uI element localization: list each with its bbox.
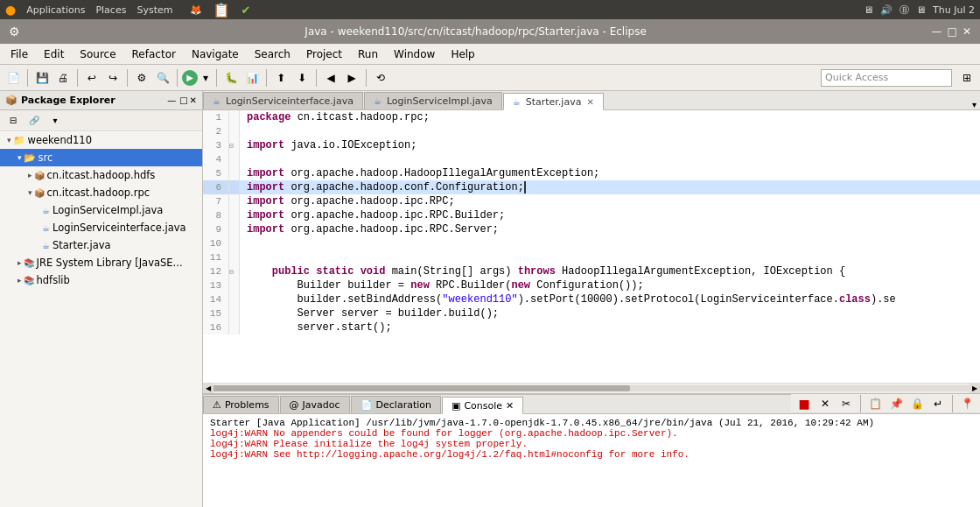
scroll-right-arrow[interactable]: ▶: [970, 384, 980, 393]
expand-jre-icon: ▸: [18, 258, 22, 267]
tree-item-login-impl[interactable]: ☕ LoginServiceImpl.java: [0, 201, 202, 219]
tree-item-hdfs-pkg[interactable]: ▸ 📦 cn.itcast.hadoop.hdfs: [0, 166, 202, 184]
prev-annotation[interactable]: ⬆: [271, 68, 290, 88]
redo-button[interactable]: ↪: [103, 68, 122, 88]
menu-help[interactable]: Help: [444, 46, 481, 62]
console-paste-button[interactable]: 📌: [886, 394, 906, 413]
tab-login-iface[interactable]: ☕ LoginServiceinterface.java: [203, 92, 363, 109]
project-icon: 📁: [13, 135, 25, 146]
expand-rpc-icon: ▾: [28, 188, 32, 197]
java-icon-login-iface: ☕: [42, 223, 50, 233]
code-line-6: 6 import org.apache.hadoop.conf.Configur…: [203, 180, 980, 194]
volume-icon: 🔊: [880, 4, 892, 16]
tree-item-weekend110[interactable]: ▾ 📁 weekend110: [0, 131, 202, 149]
close-button[interactable]: ✕: [962, 25, 971, 38]
print-button[interactable]: 🖨: [53, 68, 73, 88]
package-icon-hdfs: 📦: [34, 171, 45, 180]
forward-button[interactable]: ▶: [342, 68, 361, 88]
code-editor[interactable]: 1 package cn.itcast.hadoop.rpc; 2 3 ⊟: [203, 110, 980, 383]
console-header-line: Starter [Java Application] /usr/lib/jvm/…: [210, 418, 973, 428]
scroll-left-arrow[interactable]: ◀: [203, 384, 214, 393]
tab-javadoc[interactable]: @ Javadoc: [280, 396, 350, 413]
tab-starter[interactable]: ☕ Starter.java ✕: [503, 93, 604, 110]
tree-item-login-iface[interactable]: ☕ LoginServiceinterface.java: [0, 219, 202, 236]
console-icon: ▣: [452, 400, 460, 412]
display-icon: 🖥: [916, 4, 926, 16]
console-sep-2: [952, 395, 953, 412]
console-copy-button[interactable]: 📋: [865, 394, 885, 413]
last-edit-button[interactable]: ⟲: [371, 68, 390, 88]
save-button[interactable]: 💾: [32, 68, 52, 88]
jre-icon: 📚: [24, 258, 34, 268]
toolbar-sep-3: [127, 69, 128, 87]
minimize-button[interactable]: —: [932, 25, 942, 38]
console-stop-button[interactable]: ■: [794, 394, 814, 413]
run-dropdown[interactable]: ▾: [200, 68, 212, 88]
new-button[interactable]: 📄: [4, 68, 23, 88]
tree-label-rpc: cn.itcast.hadoop.rpc: [47, 187, 150, 199]
pkg-maximize-button[interactable]: □: [179, 95, 187, 105]
run-button[interactable]: ▶: [182, 70, 198, 86]
menu-source[interactable]: Source: [73, 46, 122, 62]
perspective-button[interactable]: ⊞: [957, 68, 976, 88]
clock: Thu Jul 2: [933, 4, 975, 16]
tab-login-impl[interactable]: ☕ LoginServiceImpl.java: [364, 92, 502, 109]
tree-item-hdfslib[interactable]: ▸ 📚 hdfslib: [0, 271, 202, 289]
menu-search[interactable]: Search: [248, 46, 298, 62]
console-remove-button[interactable]: ✕: [816, 394, 835, 413]
settings-icon[interactable]: ⚙: [9, 25, 20, 39]
console-pin-button[interactable]: 📍: [957, 394, 976, 413]
left-panel: 📦 Package Explorer — □ ✕ ⊟ 🔗 ▾ ▾ 📁 weeke…: [0, 91, 203, 507]
collapse-all-button[interactable]: ⊟: [4, 111, 23, 130]
tab-declaration[interactable]: 📄 Declaration: [351, 396, 441, 413]
refactor-button[interactable]: ⚙: [132, 68, 151, 88]
menu-places[interactable]: Places: [95, 4, 126, 16]
tree-item-src[interactable]: ▾ 📂 src: [0, 149, 202, 166]
menu-refactor[interactable]: Refactor: [125, 46, 183, 62]
expand-src-icon: ▾: [18, 153, 22, 162]
link-with-editor-button[interactable]: 🔗: [24, 111, 44, 130]
menu-navigate[interactable]: Navigate: [185, 46, 246, 62]
next-annotation[interactable]: ⬇: [292, 68, 312, 88]
menu-run[interactable]: Run: [351, 46, 385, 62]
tree-label-jre: JRE System Library [JavaSE...: [37, 257, 183, 269]
menu-applications[interactable]: Applications: [26, 4, 85, 16]
pkg-close-button[interactable]: ✕: [190, 95, 197, 105]
editor-area: ☕ LoginServiceinterface.java ☕ LoginServ…: [203, 91, 980, 393]
tree-item-starter[interactable]: ☕ Starter.java: [0, 236, 202, 254]
editor-menu-btn[interactable]: ▾: [969, 100, 980, 109]
quick-access-input[interactable]: Quick Access: [821, 69, 952, 87]
scroll-thumb[interactable]: [203, 385, 630, 391]
package-explorer-title: Package Explorer: [21, 95, 167, 106]
tree-item-jre[interactable]: ▸ 📚 JRE System Library [JavaSE...: [0, 254, 202, 271]
system-logo: ●: [5, 3, 16, 17]
back-button[interactable]: ◀: [321, 68, 340, 88]
tab-close-starter[interactable]: ✕: [586, 97, 593, 107]
pkg-view-menu[interactable]: ▾: [46, 111, 65, 130]
menu-system[interactable]: System: [136, 4, 172, 16]
console-word-wrap[interactable]: ↵: [928, 394, 948, 413]
menu-file[interactable]: File: [4, 46, 35, 62]
tab-console[interactable]: ▣ Console ✕: [442, 397, 523, 414]
open-type-button[interactable]: 🔍: [153, 68, 172, 88]
menu-edit[interactable]: Edit: [37, 46, 71, 62]
toolbar-sep-7: [316, 69, 317, 87]
scroll-track: [203, 385, 980, 391]
menu-project[interactable]: Project: [299, 46, 349, 62]
console-scroll-lock[interactable]: 🔒: [907, 394, 927, 413]
console-clear-button[interactable]: ✂: [836, 394, 856, 413]
maximize-button[interactable]: □: [948, 25, 957, 38]
toolbar: 📄 💾 🖨 ↩ ↪ ⚙ 🔍 ▶ ▾ 🐛 📊 ⬆ ⬇ ◀ ▶ ⟲ Quick Ac…: [0, 65, 980, 91]
menu-window[interactable]: Window: [387, 46, 442, 62]
pkg-minimize-button[interactable]: —: [167, 95, 176, 105]
debug-button[interactable]: 🐛: [221, 68, 241, 88]
app-menu: ● Applications Places System 🦊 📋 ✔: [5, 2, 864, 18]
tree-item-rpc-pkg[interactable]: ▾ 📦 cn.itcast.hadoop.rpc: [0, 184, 202, 201]
package-explorer-header: 📦 Package Explorer — □ ✕: [0, 91, 202, 110]
undo-button[interactable]: ↩: [82, 68, 102, 88]
tab-problems[interactable]: ⚠ Problems: [203, 396, 279, 413]
tab-close-console[interactable]: ✕: [506, 400, 514, 412]
coverage-button[interactable]: 📊: [242, 68, 262, 88]
editor-scrollbar[interactable]: ▶ ◀: [203, 383, 980, 393]
package-explorer-icon: 📦: [5, 95, 18, 106]
